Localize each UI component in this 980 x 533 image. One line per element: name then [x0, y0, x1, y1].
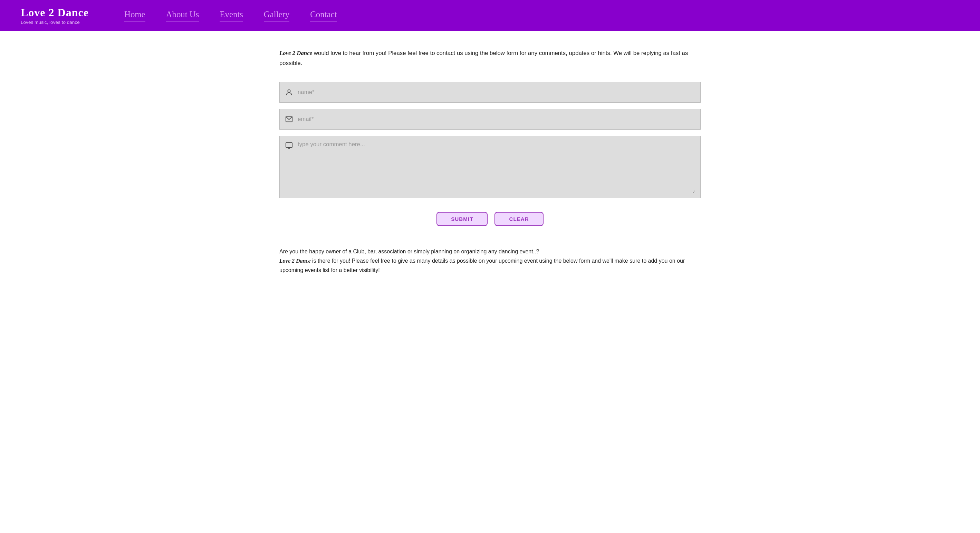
- svg-point-0: [288, 90, 290, 92]
- main-content: Love 2 Dance would love to hear from you…: [259, 31, 721, 296]
- site-header: Love 2 Dance Loves music, loves to dance…: [0, 0, 980, 31]
- intro-brand: Love 2 Dance: [279, 50, 312, 56]
- name-input[interactable]: [298, 89, 695, 96]
- intro-paragraph: Love 2 Dance would love to hear from you…: [279, 48, 701, 68]
- form-buttons: SUBMIT CLEAR: [279, 212, 701, 226]
- submit-button[interactable]: SUBMIT: [436, 212, 488, 226]
- bottom-text: is there for you! Please feel free to gi…: [279, 258, 685, 273]
- logo-subtitle: Loves music, loves to dance: [21, 20, 97, 25]
- intro-text: would love to hear from you! Please feel…: [279, 50, 688, 66]
- nav-contact[interactable]: Contact: [310, 10, 337, 21]
- bottom-line1: Are you the happy owner of a Club, bar, …: [279, 247, 701, 256]
- bottom-section: Are you the happy owner of a Club, bar, …: [279, 247, 701, 275]
- nav-events[interactable]: Events: [220, 10, 243, 21]
- comment-textarea-row: [279, 136, 701, 198]
- nav-about[interactable]: About Us: [166, 10, 199, 21]
- email-input[interactable]: [298, 116, 695, 123]
- bottom-brand: Love 2 Dance: [279, 258, 311, 264]
- comment-textarea[interactable]: [298, 141, 695, 193]
- clear-button[interactable]: CLEAR: [495, 212, 543, 226]
- contact-form: [279, 82, 701, 198]
- logo-title: Love 2 Dance: [21, 6, 97, 19]
- name-input-row: [279, 82, 701, 103]
- nav-home[interactable]: Home: [124, 10, 145, 21]
- main-nav: Home About Us Events Gallery Contact: [124, 10, 337, 21]
- bottom-line2: Love 2 Dance is there for you! Please fe…: [279, 256, 701, 275]
- svg-rect-2: [286, 143, 292, 148]
- person-icon: [285, 88, 293, 96]
- nav-gallery[interactable]: Gallery: [264, 10, 290, 21]
- comment-icon: [285, 142, 293, 149]
- logo-block: Love 2 Dance Loves music, loves to dance: [21, 6, 97, 25]
- email-input-row: [279, 109, 701, 129]
- envelope-icon: [285, 115, 293, 123]
